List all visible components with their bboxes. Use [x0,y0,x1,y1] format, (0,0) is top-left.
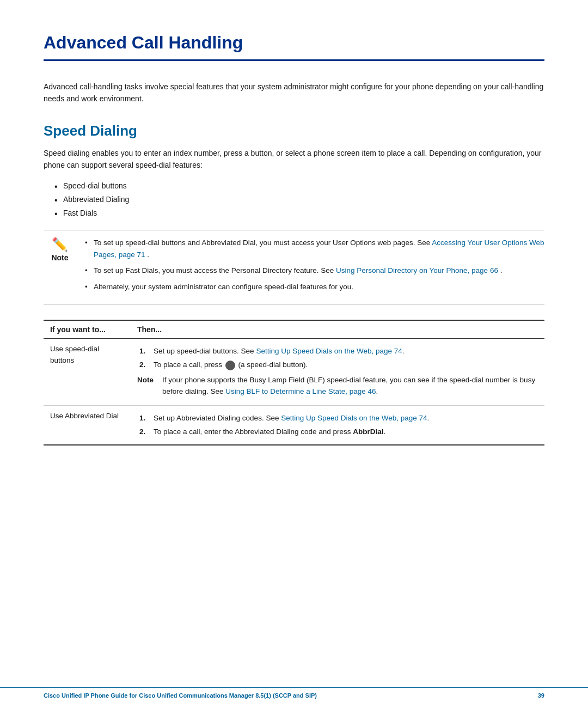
note-link-2[interactable]: Using Personal Directory on Your Phone, … [336,266,498,274]
table-note-text: If your phone supports the Busy Lamp Fie… [162,374,538,398]
pencil-icon: ✏️ [52,237,68,252]
page-footer: Cisco Unified IP Phone Guide for Cisco U… [0,687,588,699]
note-content: To set up speed-dial buttons and Abbrevi… [85,237,544,297]
chapter-title: Advanced Call Handling [44,33,544,53]
note-icon-area: ✏️ Note [44,237,76,262]
table-note: Note If your phone supports the Busy Lam… [137,374,538,398]
list-item: Speed-dial buttons [54,179,544,193]
steps-list: 1. Set up speed-dial buttons. See Settin… [137,345,538,371]
table-row: Use Abbreviated Dial 1. Set up Abbreviat… [44,405,544,445]
footer-text: Cisco Unified IP Phone Guide for Cisco U… [44,692,317,699]
info-table: If you want to... Then... Use speed-dial… [44,320,544,446]
row1-col1: Use speed-dial buttons [44,338,131,405]
speed-dial-button-icon [225,361,235,370]
note-item-1: To set up speed-dial buttons and Abbrevi… [85,237,544,260]
note-item-2: To set up Fast Dials, you must access th… [85,265,544,277]
step-1: 1. Set up Abbreviated Dialing codes. See… [139,412,538,424]
intro-text: Advanced call-handling tasks involve spe… [44,81,544,105]
table-link-1[interactable]: Setting Up Speed Dials on the Web, page … [256,347,402,355]
list-item: Fast Dials [54,206,544,220]
step-2: 2. To place a call, press (a speed-dial … [139,359,538,371]
section-title: Speed Dialing [44,123,544,139]
note-box: ✏️ Note To set up speed-dial buttons and… [44,230,544,304]
list-item: Abbreviated Dialing [54,193,544,206]
col1-header: If you want to... [44,320,131,339]
step-2: 2. To place a call, enter the Abbreviate… [139,426,538,438]
row2-col1: Use Abbreviated Dial [44,405,131,445]
note-label: Note [51,253,68,262]
page-container: Advanced Call Handling Advanced call-han… [0,0,588,511]
table-link-3[interactable]: Setting Up Speed Dials on the Web, page … [281,414,427,422]
section-intro: Speed dialing enables you to enter an in… [44,147,544,172]
step-1: 1. Set up speed-dial buttons. See Settin… [139,345,538,357]
row1-col2: 1. Set up speed-dial buttons. See Settin… [131,338,544,405]
row2-col2: 1. Set up Abbreviated Dialing codes. See… [131,405,544,445]
col2-header: Then... [131,320,544,339]
table-row: Use speed-dial buttons 1. Set up speed-d… [44,338,544,405]
steps-list-2: 1. Set up Abbreviated Dialing codes. See… [137,412,538,438]
table-link-2[interactable]: Using BLF to Determine a Line State, pag… [225,387,376,395]
footer-page-number: 39 [538,692,544,699]
note-item-3: Alternately, your system administrator c… [85,281,544,293]
chapter-rule [44,59,544,61]
table-note-label: Note [137,374,158,398]
feature-list: Speed-dial buttons Abbreviated Dialing F… [54,179,544,221]
